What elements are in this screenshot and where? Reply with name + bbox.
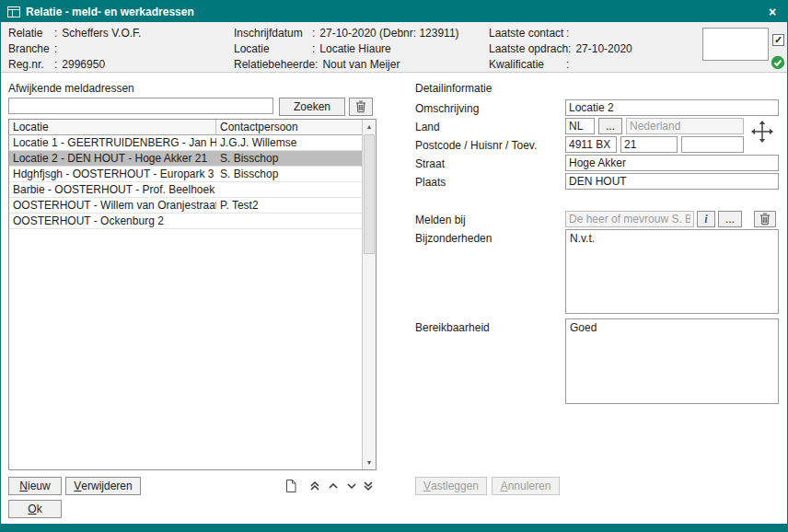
- close-icon[interactable]: ×: [764, 4, 781, 20]
- annuleren-button[interactable]: Annuleren: [492, 477, 560, 495]
- cell-locatie: Locatie 2 - DEN HOUT - Hoge Akker 21: [9, 151, 216, 166]
- chevron-double-up-icon: [309, 480, 320, 492]
- field-value: Locatie Hiaure: [319, 41, 390, 57]
- header-field-inschrijfdatum: Inschrijfdatum27-10-2020 (Debnr: 123911): [234, 26, 459, 41]
- scroll-down-button[interactable]: ▼: [363, 456, 376, 469]
- field-value: 2996950: [62, 57, 105, 73]
- bijzonderheden-label: Bijzonderheden: [415, 232, 492, 245]
- bereikbaarheid-textarea[interactable]: Goed: [565, 318, 779, 404]
- cell-contactpersoon: J.G.J. Willemse: [216, 135, 362, 150]
- land-code-input[interactable]: [565, 118, 595, 134]
- melden-bij-delete-button[interactable]: [754, 211, 776, 227]
- move-top-button[interactable]: [307, 478, 323, 494]
- cell-contactpersoon: P. Test2: [216, 198, 362, 213]
- column-header-locatie[interactable]: Locatie: [9, 120, 216, 134]
- field-label: Relatiebeheerde: [234, 57, 315, 73]
- header-column-middle: Inschrijfdatum27-10-2020 (Debnr: 123911)…: [234, 26, 459, 73]
- relation-addresses-dialog: Relatie - meld- en werkadressen × Relati…: [0, 0, 788, 532]
- field-label: Laatste opdrach: [489, 41, 568, 57]
- colon: [54, 26, 57, 41]
- move-button[interactable]: [749, 119, 775, 145]
- field-label: Reg.nr.: [8, 57, 54, 73]
- header-field-relatie: RelatieScheffers V.O.F.: [8, 26, 141, 41]
- header-column-left: RelatieScheffers V.O.F. Branche Reg.nr.2…: [8, 26, 141, 73]
- chevron-up-icon: [328, 480, 339, 492]
- colon: [566, 26, 569, 41]
- melden-bij-lookup-button[interactable]: ...: [718, 211, 742, 227]
- ok-button[interactable]: Ok: [8, 500, 62, 518]
- header-column-right: Laatste contact Laatste opdrach27-10-202…: [489, 26, 632, 73]
- header-field-branche: Branche: [8, 41, 141, 57]
- new-document-button[interactable]: [283, 478, 299, 494]
- postcode-label: Postcode / Huisnr / Toev.: [415, 139, 537, 152]
- field-label: Relatie: [8, 26, 54, 41]
- huisnr-input[interactable]: [620, 136, 678, 153]
- relation-header: RelatieScheffers V.O.F. Branche Reg.nr.2…: [1, 22, 787, 73]
- cell-contactpersoon: S. Bisschop: [216, 151, 362, 166]
- window-icon: [7, 6, 20, 17]
- move-up-button[interactable]: [325, 478, 342, 494]
- vastleggen-button[interactable]: Vastleggen: [415, 477, 487, 495]
- toevoeging-input[interactable]: [681, 136, 744, 153]
- trash-icon: [759, 213, 771, 226]
- land-lookup-button[interactable]: ...: [598, 118, 622, 134]
- colon: [54, 57, 57, 73]
- move-down-button[interactable]: [343, 478, 360, 494]
- omschrijving-label: Omschrijving: [415, 102, 479, 115]
- header-checkbox[interactable]: ✓: [772, 34, 784, 46]
- table-row[interactable]: Barbie - OOSTERHOUT - Prof. Beelhoek 7..…: [9, 182, 362, 198]
- address-table: Locatie Contactpersoon Locatie 1 - GEERT…: [8, 119, 377, 470]
- table-scrollbar[interactable]: ▲ ▼: [362, 120, 376, 469]
- column-header-contactpersoon[interactable]: Contactpersoon: [216, 120, 362, 134]
- move-bottom-button[interactable]: [360, 478, 377, 494]
- field-value: Nout van Meijer: [322, 57, 400, 73]
- omschrijving-input[interactable]: [565, 99, 779, 116]
- search-input[interactable]: [8, 98, 273, 114]
- plaats-input[interactable]: [565, 173, 779, 190]
- melden-bij-field: [565, 211, 694, 227]
- header-field-kwalificatie: Kwalificatie: [489, 57, 632, 73]
- info-button[interactable]: i: [697, 211, 715, 227]
- document-icon: [284, 479, 297, 493]
- cell-locatie: Barbie - OOSTERHOUT - Prof. Beelhoek 7..…: [9, 182, 216, 197]
- table-row[interactable]: OOSTERHOUT - Willem van Oranjestraat ...…: [9, 198, 362, 214]
- land-label: Land: [415, 121, 440, 133]
- colon: [54, 41, 57, 57]
- header-field-relatiebeheerder: RelatiebeheerdeNout van Meijer: [234, 57, 459, 73]
- colon: [312, 26, 315, 41]
- cell-locatie: OOSTERHOUT - Ockenburg 2: [9, 214, 216, 228]
- scrollbar-thumb[interactable]: [364, 134, 375, 254]
- field-value: Scheffers V.O.F.: [62, 26, 141, 41]
- window-title: Relatie - meld- en werkadressen: [26, 6, 759, 18]
- cell-contactpersoon: S. Bisschop: [216, 167, 362, 181]
- zoeken-button[interactable]: Zoeken: [279, 98, 345, 116]
- delete-filter-button[interactable]: [349, 98, 373, 116]
- postcode-input[interactable]: [565, 136, 617, 153]
- table-row[interactable]: OOSTERHOUT - Ockenburg 2: [9, 214, 362, 229]
- header-field-regnr: Reg.nr.2996950: [8, 57, 141, 73]
- cell-locatie: Hdghfjsgh - OOSTERHOUT - Europark 3: [9, 167, 216, 181]
- table-row[interactable]: Locatie 1 - GEERTRUIDENBERG - Jan Hub...…: [9, 135, 362, 151]
- field-value: 27-10-2020 (Debnr: 123911): [319, 26, 458, 41]
- cell-contactpersoon: [216, 214, 362, 228]
- table-row[interactable]: Hdghfjsgh - OOSTERHOUT - Europark 3S. Bi…: [9, 167, 362, 182]
- section-title-meldadressen: Afwijkende meldadressen: [8, 82, 134, 95]
- move-cross-icon: [750, 120, 774, 144]
- straat-input[interactable]: [565, 155, 779, 171]
- bottom-accent-bar: [1, 524, 787, 531]
- titlebar: Relatie - meld- en werkadressen ×: [1, 1, 787, 22]
- straat-label: Straat: [415, 157, 445, 170]
- trash-icon: [355, 100, 366, 113]
- cell-locatie: Locatie 1 - GEERTRUIDENBERG - Jan Hub...: [9, 135, 216, 150]
- verwijderen-button[interactable]: Verwijderen: [65, 477, 141, 495]
- nieuw-button[interactable]: Nieuw: [8, 477, 62, 495]
- scroll-up-button[interactable]: ▲: [363, 120, 376, 133]
- field-value: 27-10-2020: [575, 41, 632, 57]
- field-label: Laatste contact: [489, 26, 566, 41]
- colon: [312, 41, 315, 57]
- photo-placeholder: [702, 28, 769, 61]
- bereikbaarheid-label: Bereikbaarheid: [415, 321, 490, 334]
- melden-bij-label: Melden bij: [415, 214, 466, 226]
- bijzonderheden-textarea[interactable]: N.v.t.: [565, 229, 779, 314]
- table-row[interactable]: Locatie 2 - DEN HOUT - Hoge Akker 21S. B…: [9, 151, 362, 167]
